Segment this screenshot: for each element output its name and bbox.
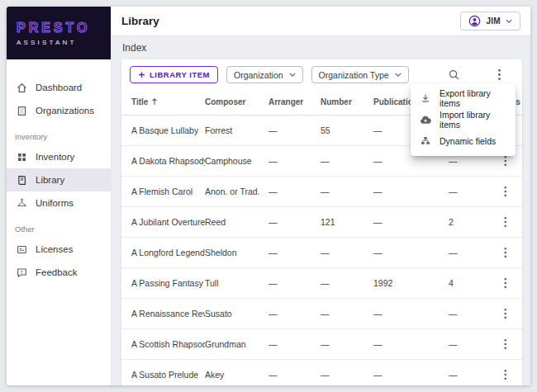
add-library-item-button[interactable]: LIBRARY ITEM (130, 66, 218, 83)
topbar: Library JIM (112, 7, 530, 36)
table-row[interactable]: A Passing Fantasy Tull — — 1992 4 (121, 267, 522, 298)
cell-arranger: — (268, 328, 321, 359)
row-actions-button[interactable] (497, 366, 514, 383)
hanger-icon (17, 198, 27, 209)
cell-number: — (321, 328, 373, 359)
table-row[interactable]: A Longford Legend Sheldon — — — — (121, 237, 522, 267)
kebab-icon (504, 186, 507, 197)
cell-number: — (321, 237, 373, 267)
table-row[interactable]: A Scottish Rhapsody Grundman — — — — (121, 328, 522, 359)
cell-composer: Akey (205, 359, 268, 385)
cell-publication-date: — (373, 237, 449, 267)
menu-item-export-library-items[interactable]: Export library items (411, 87, 516, 109)
cell-publication-date: — (373, 359, 449, 385)
cell-composer: Tull (205, 267, 268, 298)
user-menu-button[interactable]: JIM (460, 12, 520, 31)
cell-title: A Susato Prelude (121, 359, 205, 385)
table-overflow-menu-button[interactable] (493, 68, 506, 81)
cell-arranger: — (268, 359, 321, 385)
table-row[interactable]: A Susato Prelude Akey — — — — (121, 359, 522, 385)
sidebar-nav: Dashboard Organizations Inventory Invent… (7, 59, 111, 284)
organization-type-filter[interactable]: Organization Type (311, 66, 409, 83)
plus-icon (138, 71, 145, 78)
cell-quantity: 4 (449, 267, 488, 298)
menu-item-label: Export library items (440, 88, 506, 108)
sidebar-section-inventory: Inventory (7, 122, 111, 145)
kebab-icon (504, 308, 507, 319)
cell-composer: Camphouse (205, 145, 268, 176)
header-title[interactable]: Title (121, 90, 205, 115)
cell-number: — (321, 176, 373, 206)
table-row[interactable]: A Jubilant Overture Reed — 121 — 2 (121, 206, 522, 237)
sidebar-item-dashboard[interactable]: Dashboard (7, 76, 111, 99)
chevron-down-icon (289, 73, 296, 77)
toolbar-actions (448, 68, 514, 81)
user-name: JIM (486, 17, 501, 26)
sidebar-item-library[interactable]: Library (7, 168, 111, 191)
person-icon (468, 15, 481, 27)
cell-number: 121 (321, 206, 373, 237)
sidebar-item-inventory[interactable]: Inventory (7, 145, 111, 168)
brand-name-bottom: ASSISTANT (17, 39, 111, 46)
cell-composer: Reed (205, 206, 268, 237)
header-composer[interactable]: Composer (205, 90, 268, 115)
table-row[interactable]: A Renaissance Revel Susato — — — — (121, 298, 522, 328)
header-number[interactable]: Number (321, 90, 373, 115)
cell-number: — (321, 298, 373, 328)
cell-composer: Sheldon (205, 237, 268, 267)
cell-publication-date: — (373, 176, 449, 206)
sidebar-item-label: Library (36, 175, 64, 185)
sidebar-item-uniforms[interactable]: Uniforms (7, 191, 111, 215)
book-icon (17, 175, 27, 186)
menu-item-dynamic-fields[interactable]: Dynamic fields (411, 130, 516, 152)
feedback-icon (17, 267, 27, 278)
sidebar-item-licenses[interactable]: Licenses (7, 238, 111, 261)
cell-number: — (321, 359, 373, 385)
kebab-icon (504, 216, 507, 228)
cell-arranger: — (268, 237, 321, 267)
menu-item-label: Dynamic fields (440, 136, 496, 146)
row-actions-button[interactable] (497, 275, 514, 291)
header-arranger[interactable]: Arranger (268, 90, 321, 115)
organization-type-filter-label: Organization Type (319, 70, 389, 80)
organization-filter[interactable]: Organization (226, 66, 303, 83)
cell-arranger: — (268, 298, 321, 328)
search-button[interactable] (448, 68, 460, 81)
sidebar-item-feedback[interactable]: Feedback (7, 261, 111, 284)
row-actions-button[interactable] (497, 336, 514, 352)
row-actions-button[interactable] (497, 305, 514, 322)
sidebar-item-organizations[interactable]: Organizations (7, 99, 111, 122)
cell-publication-date: — (373, 298, 449, 328)
organization-filter-label: Organization (234, 70, 283, 80)
cell-quantity: — (449, 359, 488, 385)
menu-item-import-library-items[interactable]: Import library items (411, 109, 516, 130)
sidebar-item-label: Dashboard (36, 83, 82, 92)
cell-composer: Susato (205, 298, 268, 328)
cell-title: A Scottish Rhapsody (121, 328, 205, 359)
row-actions-button[interactable] (497, 244, 514, 261)
kebab-icon (504, 338, 507, 350)
cell-title: A Renaissance Revel (121, 298, 205, 328)
cell-title: A Jubilant Overture (121, 206, 205, 237)
brand-logo[interactable]: PRESTO ASSISTANT (7, 7, 111, 59)
cell-title: A Flemish Carol (121, 176, 205, 206)
cell-publication-date: — (373, 206, 449, 237)
row-actions-button[interactable] (497, 183, 514, 200)
cell-number: — (321, 145, 373, 176)
kebab-icon (504, 277, 507, 289)
sidebar-item-label: Feedback (36, 267, 78, 277)
cell-arranger: — (268, 145, 321, 176)
chevron-down-icon (506, 19, 512, 23)
cell-composer: Grundman (205, 328, 268, 359)
row-actions-button[interactable] (497, 214, 514, 230)
cell-composer: Forrest (205, 115, 268, 145)
home-icon (17, 83, 27, 93)
grid-icon (17, 152, 27, 163)
index-label: Index (122, 43, 522, 54)
search-icon (448, 68, 460, 81)
license-icon (17, 244, 27, 255)
cell-arranger: — (268, 115, 321, 145)
add-library-item-label: LIBRARY ITEM (150, 70, 210, 79)
cell-publication-date: 1992 (373, 267, 449, 298)
table-row[interactable]: A Flemish Carol Anon. or Trad. — — — — (121, 176, 522, 206)
